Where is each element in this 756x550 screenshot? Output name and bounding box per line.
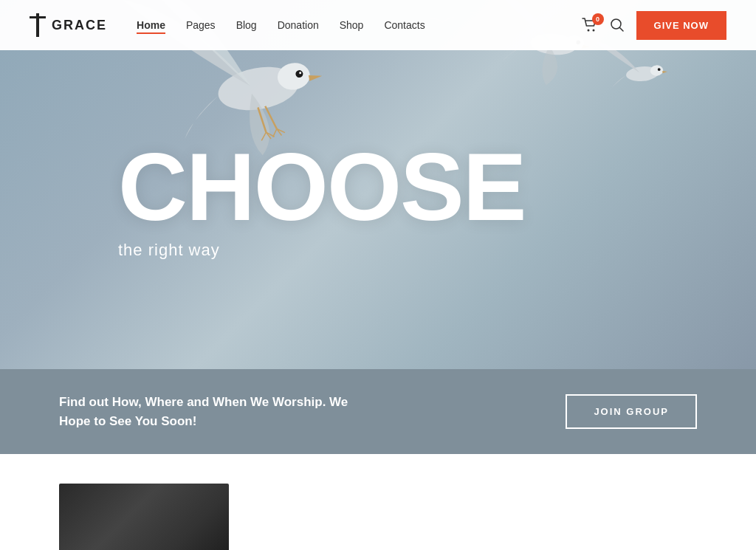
info-bar: Find out How, Where and When We Worship.…	[0, 369, 756, 454]
nav-links: Home Pages Blog Donation Shop Contacts	[137, 18, 582, 32]
svg-point-2	[587, 30, 589, 32]
cart-button[interactable]: 0	[582, 18, 598, 32]
hero-content: CHOOSE the right way	[0, 0, 756, 369]
info-text-line1: Find out How, Where and When We Worship.…	[59, 395, 348, 409]
nav-item-donation[interactable]: Donation	[278, 18, 319, 32]
info-text-line2: Hope to See You Soon!	[59, 414, 196, 428]
svg-point-3	[592, 30, 594, 32]
navbar: GRACE Home Pages Blog Donation Shop Cont…	[0, 0, 756, 50]
cart-badge: 0	[592, 13, 604, 25]
nav-link-donation[interactable]: Donation	[278, 19, 319, 31]
nav-link-pages[interactable]: Pages	[186, 19, 216, 31]
nav-link-blog[interactable]: Blog	[236, 19, 257, 31]
give-now-button[interactable]: GIVE NOW	[636, 11, 726, 40]
nav-item-blog[interactable]: Blog	[236, 18, 257, 32]
info-text: Find out How, Where and When We Worship.…	[59, 393, 348, 430]
nav-right: 0 GIVE NOW	[582, 11, 726, 40]
join-group-button[interactable]: JOIN GROUP	[566, 394, 697, 429]
nav-item-home[interactable]: Home	[137, 18, 165, 32]
hero-section: CHOOSE the right way	[0, 0, 756, 369]
svg-rect-1	[30, 16, 46, 18]
search-button[interactable]	[610, 18, 625, 32]
bottom-section	[0, 454, 756, 550]
search-icon	[610, 18, 625, 32]
logo-icon	[30, 13, 46, 37]
logo[interactable]: GRACE	[30, 13, 107, 37]
nav-link-shop[interactable]: Shop	[340, 19, 364, 31]
nav-item-pages[interactable]: Pages	[186, 18, 216, 32]
article-thumbnail	[59, 484, 229, 550]
nav-link-home[interactable]: Home	[137, 19, 165, 34]
nav-item-shop[interactable]: Shop	[340, 18, 364, 32]
hero-subtitle: the right way	[118, 241, 756, 260]
hero-title: CHOOSE	[118, 139, 756, 235]
nav-link-contacts[interactable]: Contacts	[384, 19, 425, 31]
logo-text: GRACE	[52, 18, 107, 33]
nav-item-contacts[interactable]: Contacts	[384, 18, 425, 32]
